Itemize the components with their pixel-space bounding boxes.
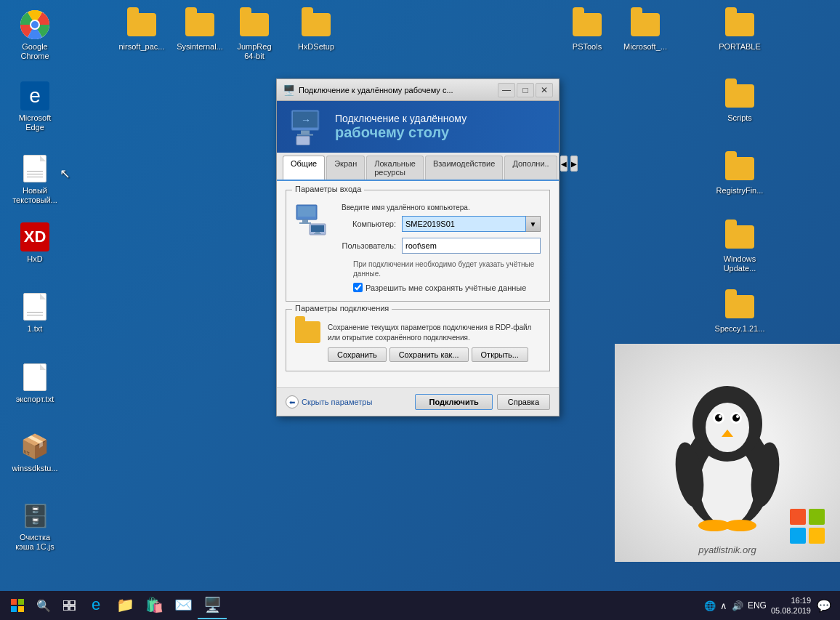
rdp-connection-title: Параметры подключения xyxy=(292,304,392,313)
desktop-icon-winsdksetu[interactable]: 📦 winssdkstu... xyxy=(6,429,64,476)
rdp-tab-general[interactable]: Общие xyxy=(283,156,325,180)
taskbar-volume-icon[interactable]: 🔊 xyxy=(730,600,745,611)
rdp-computer-input[interactable] xyxy=(402,216,526,232)
rdp-title-text: Подключение к удалённому рабочему с... xyxy=(299,86,498,94)
rdp-user-field-row: Пользователь: xyxy=(342,238,541,254)
rdp-tab-advanced[interactable]: Дополни.. xyxy=(504,156,557,180)
svg-point-27 xyxy=(736,415,739,418)
rdp-save-button[interactable]: Сохранить xyxy=(328,347,387,362)
svg-rect-6 xyxy=(301,131,310,134)
taskbar-clock[interactable]: 16:19 05.08.2019 xyxy=(771,595,811,616)
desktop-icon-registryfin[interactable]: RegistryFin... xyxy=(711,151,769,198)
rdp-credentials-hint: При подключении необходимо будет указать… xyxy=(353,259,541,278)
rdp-hide-params-button[interactable]: ⬅ Скрыть параметры xyxy=(286,395,372,408)
taskbar-taskview-button[interactable] xyxy=(58,594,81,617)
rdp-checkbox-row: Разрешить мне сохранять учётные данные xyxy=(353,283,541,292)
rdp-header: → Подключение к удалённому рабочему стол… xyxy=(277,101,559,153)
rdp-connection-text: Сохранение текущих параметров подключени… xyxy=(328,323,541,343)
rdp-computer-row: Введите имя удалённого компьютера. Компь… xyxy=(295,204,541,254)
desktop-icon-nirsoft[interactable]: nirsoft_pac... xyxy=(113,7,171,55)
rdp-help-button[interactable]: Справка xyxy=(497,394,550,410)
rdp-computer-label: Компьютер: xyxy=(342,220,396,228)
svg-rect-17 xyxy=(314,233,321,234)
rdp-tab-interaction[interactable]: Взаимодействие xyxy=(425,156,503,180)
desktop-icon-windowsupdate[interactable]: WindowsUpdate... xyxy=(711,220,769,276)
taskbar-app-edge[interactable]: e xyxy=(81,592,110,619)
svg-rect-16 xyxy=(315,232,320,233)
taskbar-search-button[interactable]: 🔍 xyxy=(32,594,55,617)
desktop-icon-jumpreg[interactable]: JumpReg64-bit xyxy=(225,7,283,64)
svg-rect-35 xyxy=(790,528,806,544)
taskbar-app-fileexplorer[interactable]: 📁 xyxy=(110,592,140,619)
penguin-svg xyxy=(655,373,800,533)
rdp-computer-fields: Введите имя удалённого компьютера. Компь… xyxy=(342,204,541,254)
desktop-icon-1txt[interactable]: 1.txt xyxy=(6,289,64,337)
rdp-connection-section: Параметры подключения Сохранение текущих… xyxy=(286,309,550,371)
rdp-user-input[interactable] xyxy=(402,238,541,254)
desktop-icon-portable[interactable]: PORTABLE xyxy=(711,7,769,55)
rdp-content: Параметры входа xyxy=(277,181,559,387)
taskbar-network-icon[interactable]: 🌐 xyxy=(703,600,717,611)
desktop-icon-eksport[interactable]: экспорт.txt xyxy=(6,360,64,407)
taskbar-language-label[interactable]: ENG xyxy=(746,600,768,611)
desktop-icon-microsoft[interactable]: Microsoft_... xyxy=(616,7,674,55)
desktop-icon-speccy[interactable]: Speccy.1.21... xyxy=(711,289,769,337)
svg-point-3 xyxy=(31,21,39,28)
rdp-save-checkbox[interactable] xyxy=(353,283,363,292)
desktop: Google Chrome e MicrosoftEdge Новыйтекст… xyxy=(0,0,840,591)
rdp-minimize-button[interactable]: — xyxy=(498,83,515,97)
taskbar-app-rdp[interactable]: 🖥️ xyxy=(198,592,227,619)
svg-point-32 xyxy=(724,520,756,531)
rdp-save-label: Разрешить мне сохранять учётные данные xyxy=(366,283,526,292)
svg-rect-41 xyxy=(63,600,68,605)
rdp-tab-scroll-right[interactable]: ▶ xyxy=(570,156,578,172)
svg-rect-33 xyxy=(790,509,806,525)
desktop-icon-sysinternals[interactable]: Sysinternal... xyxy=(171,7,229,55)
penguin-background: pyatlistnik.org xyxy=(615,344,840,562)
svg-rect-43 xyxy=(63,606,68,611)
svg-text:→: → xyxy=(301,114,311,126)
penguin-url: pyatlistnik.org xyxy=(615,543,840,556)
taskbar-app-mail[interactable]: ✉️ xyxy=(169,592,198,619)
rdp-computer-input-wrap: ▼ xyxy=(402,216,541,232)
taskbar-app-store[interactable]: 🛍️ xyxy=(140,592,169,619)
svg-rect-15 xyxy=(311,225,324,232)
svg-rect-37 xyxy=(11,599,17,605)
svg-rect-34 xyxy=(809,509,825,525)
desktop-icon-hxd[interactable]: XD HxD xyxy=(6,220,64,267)
taskbar-start-button[interactable] xyxy=(6,594,29,617)
svg-rect-36 xyxy=(809,528,825,544)
rdp-login-section: Параметры входа xyxy=(286,190,550,302)
svg-rect-44 xyxy=(70,606,75,611)
rdp-connection-buttons: Сохранить Сохранить как... Открыть... xyxy=(328,347,541,362)
desktop-icon-hxdsetup[interactable]: HxDSetup xyxy=(287,7,345,55)
taskbar-notification-button[interactable]: 💬 xyxy=(814,595,834,616)
rdp-tab-local[interactable]: Локальные ресурсы xyxy=(366,156,424,180)
desktop-icon-cleaner[interactable]: 🗄️ Очисткакэша 1С.js xyxy=(6,498,64,555)
rdp-footer-buttons: Подключить Справка xyxy=(415,394,550,410)
rdp-save-as-button[interactable]: Сохранить как... xyxy=(389,347,469,362)
rdp-connect-button[interactable]: Подключить xyxy=(415,394,492,410)
rdp-computer-icon xyxy=(295,204,331,238)
rdp-tab-screen[interactable]: Экран xyxy=(326,156,365,180)
desktop-icon-edge[interactable]: e MicrosoftEdge xyxy=(6,78,64,135)
rdp-tab-scroll-left[interactable]: ◀ xyxy=(560,156,568,172)
rdp-close-button[interactable]: ✕ xyxy=(536,83,553,97)
rdp-titlebar: 🖥️ Подключение к удалённому рабочему с..… xyxy=(277,79,559,101)
svg-rect-7 xyxy=(297,134,313,136)
svg-rect-9 xyxy=(296,137,310,145)
desktop-icon-scripts[interactable]: Scripts xyxy=(711,78,769,126)
rdp-computer-dropdown[interactable]: ▼ xyxy=(526,216,541,232)
rdp-maximize-button[interactable]: □ xyxy=(517,83,534,97)
desktop-icon-pstools[interactable]: PSTools xyxy=(558,7,616,55)
rdp-connection-folder-icon xyxy=(295,321,320,343)
rdp-hint-computer: Введите имя удалённого компьютера. xyxy=(342,204,541,212)
svg-point-26 xyxy=(719,415,722,418)
svg-rect-12 xyxy=(302,220,308,222)
rdp-title-icon: 🖥️ xyxy=(283,84,294,96)
rdp-titlebar-buttons: — □ ✕ xyxy=(498,83,553,97)
desktop-icon-newtxt[interactable]: Новыйтекстовый... xyxy=(6,151,64,208)
desktop-icon-chrome[interactable]: Google Chrome xyxy=(6,7,64,64)
taskbar-expand-icon[interactable]: ∧ xyxy=(719,600,729,611)
rdp-open-button[interactable]: Открыть... xyxy=(472,347,528,362)
